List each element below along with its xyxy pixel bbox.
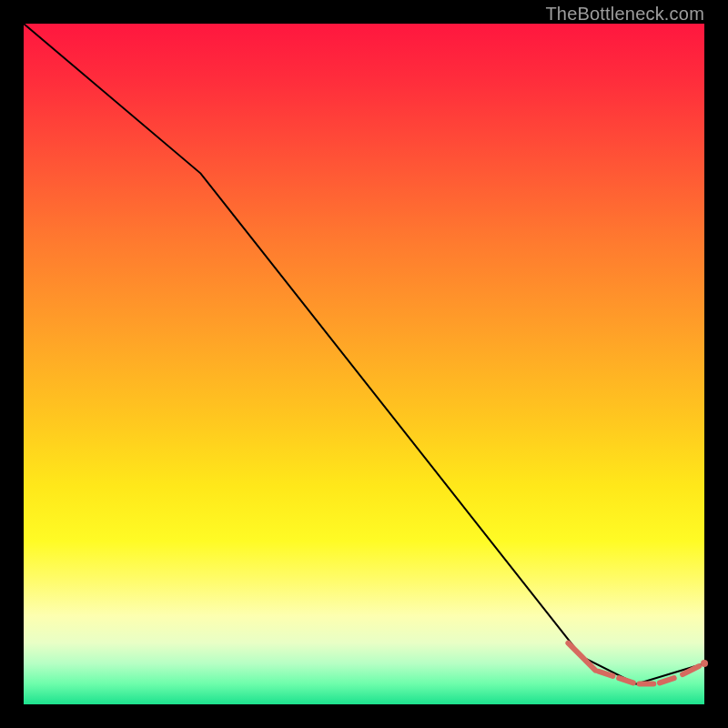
bottleneck-curve [24, 24, 704, 684]
svg-line-4 [660, 678, 674, 682]
attribution-watermark: TheBottleneck.com [545, 4, 704, 25]
svg-line-2 [619, 678, 633, 682]
svg-line-0 [568, 643, 595, 671]
chart-container: TheBottleneck.com [0, 0, 728, 728]
chart-overlay-svg [24, 24, 704, 704]
svg-line-5 [682, 666, 699, 674]
svg-point-6 [701, 660, 708, 667]
low-band-highlight [568, 643, 708, 684]
